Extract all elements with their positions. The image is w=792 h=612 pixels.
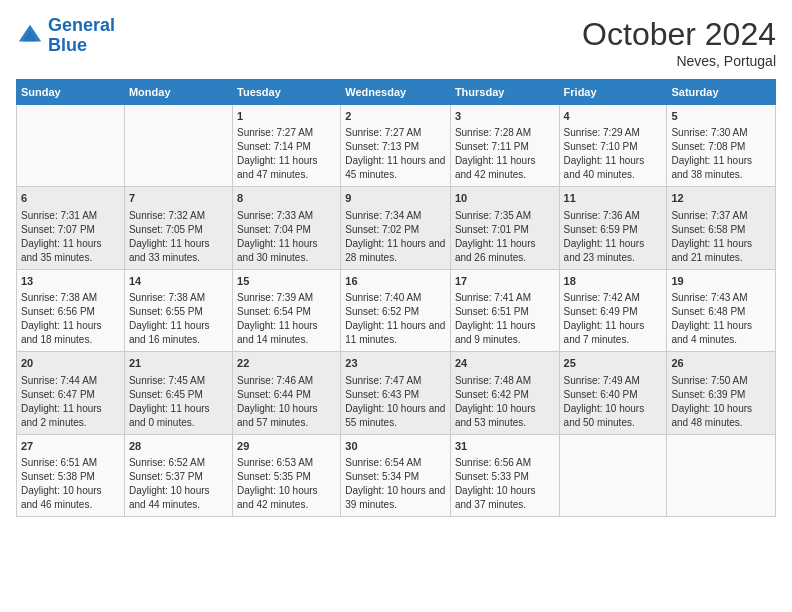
weekday-header-wednesday: Wednesday	[341, 80, 451, 105]
day-info: Daylight: 10 hours and 53 minutes.	[455, 402, 555, 430]
day-info: Sunset: 6:45 PM	[129, 388, 228, 402]
day-info: Daylight: 11 hours and 30 minutes.	[237, 237, 336, 265]
day-number: 14	[129, 274, 228, 289]
day-number: 16	[345, 274, 446, 289]
day-info: Sunset: 7:11 PM	[455, 140, 555, 154]
logo: General Blue	[16, 16, 115, 56]
day-info: Daylight: 11 hours and 42 minutes.	[455, 154, 555, 182]
location: Neves, Portugal	[582, 53, 776, 69]
day-info: Sunrise: 7:48 AM	[455, 374, 555, 388]
day-info: Sunset: 7:10 PM	[564, 140, 663, 154]
calendar-cell: 3Sunrise: 7:28 AMSunset: 7:11 PMDaylight…	[450, 105, 559, 187]
day-info: Sunset: 6:56 PM	[21, 305, 120, 319]
day-info: Daylight: 11 hours and 40 minutes.	[564, 154, 663, 182]
calendar-cell: 16Sunrise: 7:40 AMSunset: 6:52 PMDayligh…	[341, 269, 451, 351]
day-info: Daylight: 10 hours and 48 minutes.	[671, 402, 771, 430]
day-info: Sunset: 6:39 PM	[671, 388, 771, 402]
month-title: October 2024	[582, 16, 776, 53]
calendar-cell: 29Sunrise: 6:53 AMSunset: 5:35 PMDayligh…	[233, 434, 341, 516]
day-info: Sunrise: 6:53 AM	[237, 456, 336, 470]
day-number: 19	[671, 274, 771, 289]
calendar-cell: 27Sunrise: 6:51 AMSunset: 5:38 PMDayligh…	[17, 434, 125, 516]
calendar-cell: 17Sunrise: 7:41 AMSunset: 6:51 PMDayligh…	[450, 269, 559, 351]
day-info: Sunset: 6:54 PM	[237, 305, 336, 319]
day-info: Sunset: 6:42 PM	[455, 388, 555, 402]
calendar-cell: 2Sunrise: 7:27 AMSunset: 7:13 PMDaylight…	[341, 105, 451, 187]
day-info: Sunset: 7:08 PM	[671, 140, 771, 154]
day-info: Sunset: 6:58 PM	[671, 223, 771, 237]
calendar-cell: 20Sunrise: 7:44 AMSunset: 6:47 PMDayligh…	[17, 352, 125, 434]
day-info: Sunrise: 6:51 AM	[21, 456, 120, 470]
day-info: Daylight: 11 hours and 45 minutes.	[345, 154, 446, 182]
day-info: Sunrise: 7:35 AM	[455, 209, 555, 223]
calendar-cell: 13Sunrise: 7:38 AMSunset: 6:56 PMDayligh…	[17, 269, 125, 351]
day-info: Sunset: 6:52 PM	[345, 305, 446, 319]
calendar-cell: 4Sunrise: 7:29 AMSunset: 7:10 PMDaylight…	[559, 105, 667, 187]
day-info: Sunrise: 7:37 AM	[671, 209, 771, 223]
calendar-table: SundayMondayTuesdayWednesdayThursdayFrid…	[16, 79, 776, 517]
day-info: Sunset: 5:33 PM	[455, 470, 555, 484]
day-info: Daylight: 11 hours and 14 minutes.	[237, 319, 336, 347]
logo-icon	[16, 22, 44, 50]
calendar-cell: 30Sunrise: 6:54 AMSunset: 5:34 PMDayligh…	[341, 434, 451, 516]
day-number: 27	[21, 439, 120, 454]
day-number: 26	[671, 356, 771, 371]
day-number: 8	[237, 191, 336, 206]
day-info: Sunrise: 7:44 AM	[21, 374, 120, 388]
day-info: Sunrise: 7:36 AM	[564, 209, 663, 223]
day-info: Daylight: 11 hours and 35 minutes.	[21, 237, 120, 265]
calendar-cell: 7Sunrise: 7:32 AMSunset: 7:05 PMDaylight…	[124, 187, 232, 269]
day-number: 3	[455, 109, 555, 124]
calendar-week-row: 13Sunrise: 7:38 AMSunset: 6:56 PMDayligh…	[17, 269, 776, 351]
day-info: Sunrise: 7:43 AM	[671, 291, 771, 305]
day-info: Sunset: 7:14 PM	[237, 140, 336, 154]
day-info: Sunrise: 7:41 AM	[455, 291, 555, 305]
day-info: Daylight: 11 hours and 11 minutes.	[345, 319, 446, 347]
day-info: Sunrise: 7:34 AM	[345, 209, 446, 223]
calendar-cell: 18Sunrise: 7:42 AMSunset: 6:49 PMDayligh…	[559, 269, 667, 351]
day-info: Sunset: 5:34 PM	[345, 470, 446, 484]
day-number: 2	[345, 109, 446, 124]
day-info: Daylight: 11 hours and 9 minutes.	[455, 319, 555, 347]
day-number: 29	[237, 439, 336, 454]
day-number: 11	[564, 191, 663, 206]
weekday-header-tuesday: Tuesday	[233, 80, 341, 105]
day-number: 31	[455, 439, 555, 454]
calendar-cell: 19Sunrise: 7:43 AMSunset: 6:48 PMDayligh…	[667, 269, 776, 351]
day-info: Sunset: 6:43 PM	[345, 388, 446, 402]
day-number: 15	[237, 274, 336, 289]
day-info: Daylight: 11 hours and 26 minutes.	[455, 237, 555, 265]
weekday-header-sunday: Sunday	[17, 80, 125, 105]
day-info: Daylight: 11 hours and 0 minutes.	[129, 402, 228, 430]
day-info: Sunset: 6:49 PM	[564, 305, 663, 319]
day-number: 4	[564, 109, 663, 124]
day-number: 6	[21, 191, 120, 206]
day-info: Daylight: 11 hours and 18 minutes.	[21, 319, 120, 347]
day-number: 18	[564, 274, 663, 289]
day-info: Sunrise: 6:52 AM	[129, 456, 228, 470]
calendar-cell: 5Sunrise: 7:30 AMSunset: 7:08 PMDaylight…	[667, 105, 776, 187]
day-info: Daylight: 10 hours and 50 minutes.	[564, 402, 663, 430]
day-info: Sunrise: 7:39 AM	[237, 291, 336, 305]
day-info: Daylight: 10 hours and 46 minutes.	[21, 484, 120, 512]
weekday-header-friday: Friday	[559, 80, 667, 105]
day-info: Daylight: 11 hours and 2 minutes.	[21, 402, 120, 430]
day-info: Sunset: 7:04 PM	[237, 223, 336, 237]
day-number: 1	[237, 109, 336, 124]
calendar-cell	[667, 434, 776, 516]
day-info: Sunrise: 7:46 AM	[237, 374, 336, 388]
day-info: Sunset: 6:59 PM	[564, 223, 663, 237]
day-number: 9	[345, 191, 446, 206]
calendar-cell: 21Sunrise: 7:45 AMSunset: 6:45 PMDayligh…	[124, 352, 232, 434]
day-info: Sunset: 7:07 PM	[21, 223, 120, 237]
day-info: Sunrise: 7:38 AM	[129, 291, 228, 305]
day-info: Sunset: 6:47 PM	[21, 388, 120, 402]
day-info: Daylight: 10 hours and 44 minutes.	[129, 484, 228, 512]
day-number: 10	[455, 191, 555, 206]
day-info: Daylight: 10 hours and 39 minutes.	[345, 484, 446, 512]
calendar-cell: 6Sunrise: 7:31 AMSunset: 7:07 PMDaylight…	[17, 187, 125, 269]
calendar-cell: 10Sunrise: 7:35 AMSunset: 7:01 PMDayligh…	[450, 187, 559, 269]
day-info: Sunrise: 6:54 AM	[345, 456, 446, 470]
day-info: Sunrise: 7:30 AM	[671, 126, 771, 140]
calendar-cell: 8Sunrise: 7:33 AMSunset: 7:04 PMDaylight…	[233, 187, 341, 269]
